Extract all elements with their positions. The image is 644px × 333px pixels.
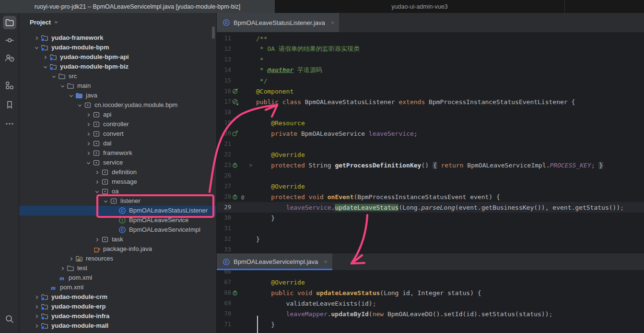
- chevron-right-icon[interactable]: [93, 178, 101, 186]
- code-line-20[interactable]: 20 private BpmOALeaveService leaveServic…: [217, 128, 644, 139]
- code-line-67[interactable]: 67 @Override: [217, 277, 644, 287]
- tree-item-pom-xml[interactable]: mpom.xml: [19, 273, 217, 283]
- tree-item-yudao-module-bpm-api[interactable]: yudao-module-bpm-api: [19, 52, 217, 62]
- tree-item-oa[interactable]: oa: [19, 187, 217, 196]
- override-gutter-icon[interactable]: [231, 193, 239, 201]
- spring-bean-check-gutter-icon[interactable]: [231, 87, 239, 95]
- tree-item-listener[interactable]: listener: [19, 196, 217, 206]
- chevron-down-icon[interactable]: [67, 92, 75, 99]
- code-line-19[interactable]: 19 @Resource: [217, 118, 644, 128]
- code-line-29[interactable]: 29 leaveService.updateLeaveStatus(Long.p…: [217, 202, 644, 213]
- at-gutter-icon[interactable]: @: [239, 193, 246, 201]
- code-line-16[interactable]: 16@Component: [217, 86, 644, 96]
- chevron-down-icon[interactable]: [59, 82, 66, 90]
- search-icon[interactable]: [3, 312, 16, 326]
- code-line-69[interactable]: 69 validateLeaveExists(id);: [217, 298, 644, 309]
- code-line-15[interactable]: 15 */: [217, 75, 644, 86]
- commit-icon[interactable]: [3, 34, 16, 47]
- chevron-right-icon[interactable]: [84, 149, 92, 157]
- tree-item-convert[interactable]: convert: [19, 129, 217, 139]
- tree-item-src[interactable]: src: [19, 71, 217, 81]
- tree-item-package-info-java[interactable]: package-info.java: [19, 244, 217, 254]
- code-line-13[interactable]: 13 *: [217, 54, 644, 65]
- fold-chevron-icon[interactable]: >: [246, 162, 255, 168]
- chevron-down-icon[interactable]: [41, 63, 49, 71]
- project-panel-header[interactable]: Project: [19, 13, 216, 31]
- code-line-30[interactable]: 30 }: [217, 213, 644, 223]
- more-icon[interactable]: [3, 117, 16, 131]
- tree-item-task[interactable]: task: [19, 235, 217, 244]
- code-line-17[interactable]: 17public class BpmOALeaveStatusListener …: [217, 96, 644, 107]
- code-line-68[interactable]: 68 public void updateLeaveStatus(Long id…: [217, 287, 644, 298]
- chevron-right-icon[interactable]: [59, 264, 66, 272]
- bookmarks-icon[interactable]: [3, 98, 16, 111]
- chevron-down-icon[interactable]: [33, 44, 40, 51]
- tree-item-controller[interactable]: controller: [19, 119, 217, 129]
- code-line-26[interactable]: 26: [217, 170, 644, 181]
- tree-item-main[interactable]: main: [19, 81, 217, 91]
- tree-item-definition[interactable]: definition: [19, 167, 217, 177]
- project-folder-icon[interactable]: [3, 16, 16, 29]
- code-editor-top[interactable]: 11/**12 * OA 请假单的结果的监听器实现类13 *14 * @auth…: [217, 32, 644, 253]
- code-line-33[interactable]: 33: [217, 244, 644, 253]
- code-editor-bottom[interactable]: 6667 @Override68 public void updateLeave…: [217, 266, 644, 333]
- chevron-down-icon[interactable]: [76, 101, 83, 109]
- chevron-right-icon[interactable]: [41, 53, 49, 61]
- code-line-23[interactable]: 23> protected String getProcessDefinitio…: [217, 160, 644, 170]
- chevron-right-icon[interactable]: [33, 312, 40, 320]
- chevron-right-icon[interactable]: [33, 303, 40, 310]
- chevron-right-icon[interactable]: [33, 322, 40, 330]
- chevron-right-icon[interactable]: [93, 236, 101, 243]
- tree-item-yudao-module-infra[interactable]: yudao-module-infra: [19, 311, 217, 321]
- tree-item-yudao-module-erp[interactable]: yudao-module-erp: [19, 302, 217, 311]
- override-gutter-icon[interactable]: [231, 289, 239, 297]
- code-line-14[interactable]: 14 * @author 芋道源码: [217, 65, 644, 75]
- close-icon[interactable]: ×: [324, 258, 328, 265]
- tree-item-bpmoaleavestatuslistener[interactable]: CBpmOALeaveStatusListener: [19, 206, 217, 215]
- code-line-28[interactable]: 28@ protected void onEvent(BpmProcessIns…: [217, 191, 644, 202]
- tree-item-cn-iocoder-yudao-module-bpm[interactable]: cn.iocoder.yudao.module.bpm: [19, 100, 217, 110]
- structure-icon[interactable]: [3, 79, 16, 92]
- tree-item-yudao-module-bpm[interactable]: yudao-module-bpm: [19, 43, 217, 52]
- chevron-right-icon[interactable]: [67, 255, 75, 262]
- tree-item-yudao-module-bpm-biz[interactable]: yudao-module-bpm-biz: [19, 62, 217, 71]
- code-line-70[interactable]: 70 leaveMapper.updateById(new BpmOALeave…: [217, 309, 644, 319]
- code-line-32[interactable]: 32}: [217, 234, 644, 244]
- tree-item-java[interactable]: java: [19, 91, 217, 100]
- tree-item-dal[interactable]: dal: [19, 139, 217, 148]
- bean-wire-gutter-icon[interactable]: [231, 130, 239, 137]
- tab-bpmoaleaveserviceimpl[interactable]: C BpmOALeaveServiceImpl.java ×: [217, 253, 332, 270]
- spring-bean-tri-gutter-icon[interactable]: [231, 98, 239, 106]
- code-line-11[interactable]: 11/**: [217, 33, 644, 44]
- chevron-down-icon[interactable]: [84, 159, 92, 166]
- chevron-down-icon[interactable]: [93, 188, 101, 195]
- tree-item-bpmoaleaveserviceimpl[interactable]: CBpmOALeaveServiceImpl: [19, 225, 217, 235]
- chevron-right-icon[interactable]: [93, 168, 101, 176]
- tree-item-yudao-module-crm[interactable]: yudao-module-crm: [19, 292, 217, 302]
- close-icon[interactable]: ×: [331, 19, 335, 26]
- chevron-right-icon[interactable]: [84, 140, 92, 147]
- code-line-31[interactable]: 31: [217, 223, 644, 234]
- tree-item-bpmoaleaveservice[interactable]: IBpmOALeaveService: [19, 215, 217, 225]
- tree-item-resources[interactable]: resources: [19, 254, 217, 263]
- chevron-right-icon[interactable]: [33, 34, 40, 42]
- pull-requests-icon[interactable]: ?: [3, 51, 16, 65]
- tree-item-framework[interactable]: framework: [19, 148, 217, 158]
- chevron-right-icon[interactable]: [84, 130, 92, 138]
- code-line-12[interactable]: 12 * OA 请假单的结果的监听器实现类: [217, 44, 644, 54]
- tab-bpmoaleavestatuslistener[interactable]: C BpmOALeaveStatusListener.java ×: [217, 13, 339, 32]
- tree-item-yudao-module-mall[interactable]: yudao-module-mall: [19, 321, 217, 331]
- tree-item-service[interactable]: service: [19, 158, 217, 167]
- tree-item-yudao-framework[interactable]: yudao-framework: [19, 33, 217, 43]
- tree-item-api[interactable]: api: [19, 110, 217, 119]
- code-line-18[interactable]: 18: [217, 107, 644, 118]
- tree-item-message[interactable]: message: [19, 177, 217, 187]
- code-line-21[interactable]: 21: [217, 139, 644, 149]
- chevron-down-icon[interactable]: [50, 72, 58, 80]
- override-gutter-icon[interactable]: [231, 161, 239, 169]
- tree-item-test[interactable]: test: [19, 263, 217, 273]
- code-line-71[interactable]: 71 }: [217, 319, 644, 330]
- chevron-right-icon[interactable]: [84, 120, 92, 128]
- chevron-right-icon[interactable]: [33, 293, 40, 301]
- window-titlebar-secondary[interactable]: yudao-ui-admin-vue3: [275, 0, 644, 13]
